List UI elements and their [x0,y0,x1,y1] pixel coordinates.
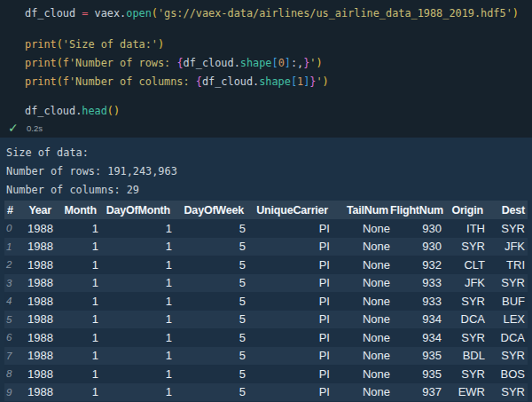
cell-flightnum: 930 [390,219,442,238]
cell-uniquecarrier: PI [246,274,330,293]
row-index: 9 [4,383,17,402]
row-index: 7 [4,347,17,366]
column-header-dayofweek: DayOfWeek [172,201,246,219]
cell-year: 1988 [17,238,53,256]
cell-dayofweek: 5 [172,311,246,329]
cell-dayofweek: 5 [172,365,246,383]
cell-dest: SYR [485,383,528,402]
cell-year: 1988 [17,347,53,366]
table-row: 21988115PINone932CLTTRI [4,256,528,274]
stdout-text: Size of data:Number of rows: 191,243,963… [0,138,532,200]
cell-dest: DCA [485,328,528,347]
cell-tailnum: None [330,347,390,366]
table-row: 41988115PINone933SYRBUF [4,292,528,311]
column-header-year: Year [17,201,53,219]
cell-uniquecarrier: PI [246,292,330,311]
cell-tailnum: None [330,238,390,256]
cell-origin: BDL [442,347,485,366]
cell-uniquecarrier: PI [246,311,330,329]
cell-year: 1988 [17,219,53,238]
table-row: 11988115PINone930SYRJFK [4,238,528,256]
cell-year: 1988 [17,274,53,293]
cell-dayofmonth: 1 [98,347,172,366]
row-index: 4 [4,292,17,311]
row-index: 1 [4,238,17,256]
cell-tailnum: None [330,256,390,274]
column-header-index: # [4,201,17,219]
cell-flightnum: 933 [390,274,442,293]
table-row: 31988115PINone933JFKSYR [4,274,528,293]
cell-uniquecarrier: PI [246,383,330,402]
cell-origin: SYR [442,365,485,383]
cell-uniquecarrier: PI [246,347,330,366]
cell-dest: SYR [485,347,528,366]
row-index: 6 [4,328,17,347]
cell-flightnum: 932 [390,256,442,274]
cell-month: 1 [53,238,98,256]
cell-tailnum: None [330,328,390,347]
row-index: 5 [4,311,17,329]
cell-month: 1 [53,311,98,329]
cell-flightnum: 935 [390,347,442,366]
cell-tailnum: None [330,383,390,402]
cell-dayofweek: 5 [172,383,246,402]
stdout-line: Number of columns: 29 [6,181,532,200]
cell-dayofmonth: 1 [98,219,172,238]
table-row: 51988115PINone934DCALEX [4,311,528,329]
table-row: 81988115PINone935SYRBOS [4,365,528,383]
cell-month: 1 [53,274,98,293]
column-header-tailnum: TailNum [330,201,390,219]
cell-flightnum: 937 [390,383,442,402]
cell-dayofmonth: 1 [98,274,172,293]
cell-year: 1988 [17,292,53,311]
column-header-origin: Origin [442,201,485,219]
cell-dest: SYR [485,274,528,293]
code-cell[interactable]: df_cloud = vaex.open('gs://vaex-data/air… [0,0,532,138]
cell-dayofweek: 5 [172,347,246,366]
cell-month: 1 [53,347,98,366]
cell-dest: JFK [485,238,528,256]
code-line: print(f'Number of columns: {df_cloud.sha… [25,73,532,91]
code-line: df_cloud.head() [25,102,532,121]
cell-dest: BUF [485,292,528,311]
cell-dayofweek: 5 [172,292,246,311]
cell-origin: CLT [442,256,485,274]
cell-month: 1 [53,292,98,311]
cell-dayofweek: 5 [172,219,246,238]
cell-uniquecarrier: PI [246,365,330,383]
cell-year: 1988 [17,311,53,329]
cell-dayofweek: 5 [172,328,246,347]
cell-month: 1 [53,219,98,238]
cell-dayofmonth: 1 [98,328,172,347]
cell-origin: SYR [442,328,485,347]
cell-flightnum: 934 [390,311,442,329]
cell-year: 1988 [17,328,53,347]
cell-tailnum: None [330,311,390,329]
code-editor[interactable]: df_cloud = vaex.open('gs://vaex-data/air… [0,0,532,121]
table-row: 01988115PINone930ITHSYR [4,219,528,238]
cell-dayofmonth: 1 [98,365,172,383]
code-line: df_cloud = vaex.open('gs://vaex-data/air… [25,4,532,23]
cell-origin: ITH [442,219,485,238]
code-line: print('Size of data:') [25,35,532,54]
cell-uniquecarrier: PI [246,238,330,256]
cell-tailnum: None [330,365,390,383]
cell-dayofweek: 5 [172,274,246,293]
cell-origin: EWR [442,383,485,402]
code-line: print(f'Number of rows: {df_cloud.shape[… [25,54,532,73]
cell-year: 1988 [17,383,53,402]
cell-dayofmonth: 1 [98,256,172,274]
cell-output: Size of data:Number of rows: 191,243,963… [0,138,532,402]
stdout-line: Number of rows: 191,243,963 [6,162,532,181]
stdout-line: Size of data: [6,144,532,162]
cell-dayofmonth: 1 [98,238,172,256]
column-header-dayofmonth: DayOfMonth [98,201,172,219]
cell-dayofweek: 5 [172,256,246,274]
cell-dest: LEX [485,311,528,329]
cell-origin: DCA [442,311,485,329]
cell-flightnum: 930 [390,238,442,256]
cell-dayofmonth: 1 [98,292,172,311]
cell-dest: SYR [485,219,528,238]
cell-uniquecarrier: PI [246,328,330,347]
row-index: 8 [4,365,17,383]
